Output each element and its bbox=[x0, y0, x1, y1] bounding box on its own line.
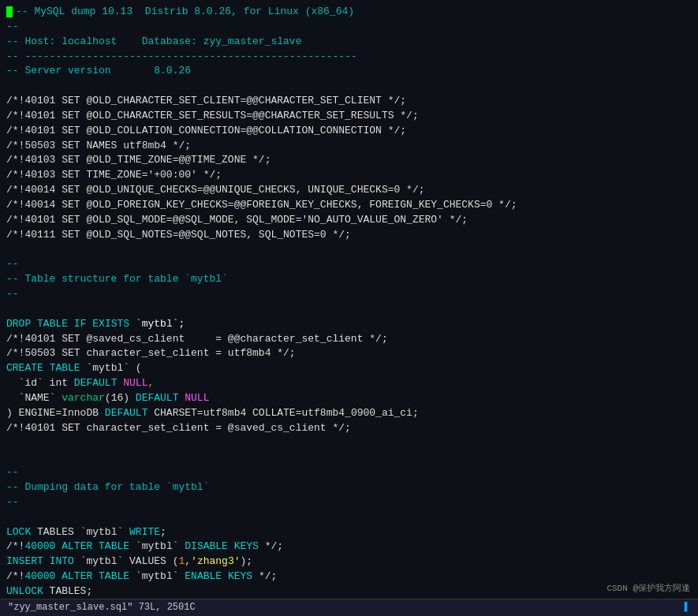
line-18: -- bbox=[6, 257, 692, 272]
line-13: /*!40014 SET @OLD_UNIQUE_CHECKS=@@UNIQUE… bbox=[6, 183, 692, 198]
line-5: -- Server version 8.0.26 bbox=[6, 64, 692, 79]
line-28: ) ENGINE=InnoDB DEFAULT CHARSET=utf8mb4 … bbox=[6, 406, 692, 421]
status-right: ▌ bbox=[685, 601, 690, 614]
line-34: -- bbox=[6, 495, 692, 510]
line-21 bbox=[6, 302, 692, 317]
line-6 bbox=[6, 79, 692, 94]
line-24: /*!50503 SET character_set_client = utf8… bbox=[6, 346, 692, 361]
line-38: INSERT INTO `mytbl` VALUES (1,'zhang3'); bbox=[6, 554, 692, 569]
statusbar: "zyy_master_slave.sql" 73L, 2501C ▌ bbox=[0, 599, 698, 616]
csdn-watermark: CSDN @保护我方阿逢 bbox=[607, 583, 690, 595]
line-30 bbox=[6, 435, 692, 450]
line-37: /*!40000 ALTER TABLE `mytbl` DISABLE KEY… bbox=[6, 539, 692, 554]
line-3: -- Host: localhost Database: zyy_master_… bbox=[6, 35, 692, 50]
comment-text: -- MySQL dump 10.13 Distrib 8.0.26, for … bbox=[16, 6, 354, 17]
line-33: -- Dumping data for table `mytbl` bbox=[6, 480, 692, 495]
line-9: /*!40101 SET @OLD_COLLATION_CONNECTION=@… bbox=[6, 124, 692, 139]
line-32: -- bbox=[6, 465, 692, 480]
line-8: /*!40101 SET @OLD_CHARACTER_SET_RESULTS=… bbox=[6, 109, 692, 124]
line-23: /*!40101 SET @saved_cs_client = @@charac… bbox=[6, 332, 692, 347]
line-17 bbox=[6, 243, 692, 258]
line-4: -- -------------------------------------… bbox=[6, 50, 692, 65]
line-7: /*!40101 SET @OLD_CHARACTER_SET_CLIENT=@… bbox=[6, 94, 692, 109]
line-2: -- bbox=[6, 20, 692, 35]
line-12: /*!40103 SET TIME_ZONE='+00:00' */; bbox=[6, 168, 692, 183]
line-1: -- MySQL dump 10.13 Distrib 8.0.26, for … bbox=[6, 5, 692, 20]
line-36: LOCK TABLES `mytbl` WRITE; bbox=[6, 525, 692, 540]
line-27: `NAME` varchar(16) DEFAULT NULL bbox=[6, 391, 692, 406]
line-10: /*!50503 SET NAMES utf8mb4 */; bbox=[6, 139, 692, 154]
line-25: CREATE TABLE `mytbl` ( bbox=[6, 361, 692, 376]
line-35 bbox=[6, 510, 692, 525]
line-26: `id` int DEFAULT NULL, bbox=[6, 376, 692, 391]
line-15: /*!40101 SET @OLD_SQL_MODE=@@SQL_MODE, S… bbox=[6, 213, 692, 228]
line-11: /*!40103 SET @OLD_TIME_ZONE=@@TIME_ZONE … bbox=[6, 153, 692, 168]
line-19: -- Table structure for table `mytbl` bbox=[6, 272, 692, 287]
line-31 bbox=[6, 450, 692, 465]
line-40: UNLOCK TABLES; bbox=[6, 584, 692, 599]
line-29: /*!40101 SET character_set_client = @sav… bbox=[6, 421, 692, 436]
line-22: DROP TABLE IF EXISTS `mytbl`; bbox=[6, 317, 692, 332]
terminal: -- MySQL dump 10.13 Distrib 8.0.26, for … bbox=[0, 0, 698, 616]
line-39: /*!40000 ALTER TABLE `mytbl` ENABLE KEYS… bbox=[6, 569, 692, 584]
line-20: -- bbox=[6, 287, 692, 302]
line-14: /*!40014 SET @OLD_FOREIGN_KEY_CHECKS=@@F… bbox=[6, 198, 692, 213]
line-16: /*!40111 SET @OLD_SQL_NOTES=@@SQL_NOTES,… bbox=[6, 228, 692, 243]
status-filename: "zyy_master_slave.sql" 73L, 2501C bbox=[8, 601, 196, 614]
cursor bbox=[6, 6, 13, 17]
